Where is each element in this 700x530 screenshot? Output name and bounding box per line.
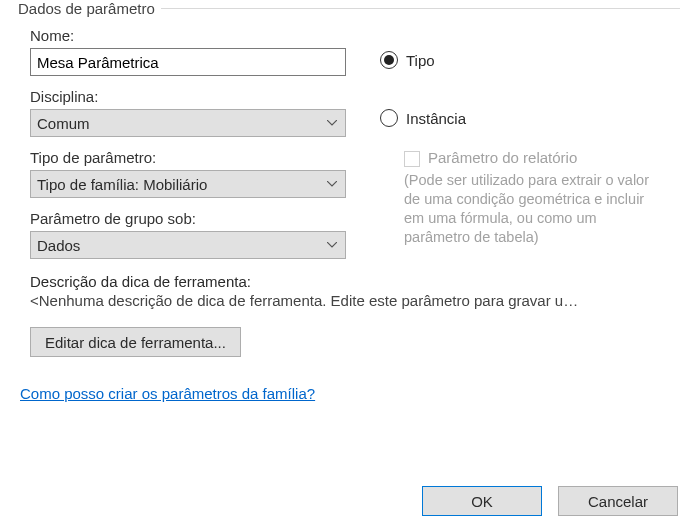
checkbox-icon — [404, 151, 420, 167]
param-type-value: Tipo de família: Mobiliário — [37, 176, 207, 193]
name-input[interactable] — [30, 48, 346, 76]
group-legend: Dados de parâmetro — [18, 0, 161, 17]
discipline-value: Comum — [37, 115, 90, 132]
right-column: Tipo Instância Parâmetro do relatório (P… — [350, 23, 680, 246]
param-type-label: Tipo de parâmetro: — [30, 149, 350, 166]
report-param-hint: (Pode ser utilizado para extrair o valor… — [404, 171, 649, 246]
cancel-label: Cancelar — [588, 493, 648, 510]
group-under-value: Dados — [37, 237, 80, 254]
ok-button[interactable]: OK — [422, 486, 542, 516]
edit-tooltip-label: Editar dica de ferramenta... — [45, 334, 226, 351]
param-type-combo[interactable]: Tipo de família: Mobiliário — [30, 170, 346, 198]
radio-icon — [380, 109, 398, 127]
parameter-data-group: Dados de parâmetro Nome: Disciplina: Com… — [20, 0, 680, 363]
instance-radio[interactable]: Instância — [380, 109, 680, 127]
report-param-label: Parâmetro do relatório — [428, 149, 577, 166]
help-link[interactable]: Como posso criar os parâmetros da famíli… — [20, 385, 315, 402]
help-link-text: Como posso criar os parâmetros da famíli… — [20, 385, 315, 402]
chevron-down-icon — [327, 120, 337, 126]
main-row: Nome: Disciplina: Comum Tipo de parâmetr… — [20, 23, 680, 259]
radio-icon — [380, 51, 398, 69]
group-under-combo[interactable]: Dados — [30, 231, 346, 259]
type-radio[interactable]: Tipo — [380, 51, 680, 69]
tooltip-desc-label: Descrição da dica de ferramenta: — [30, 273, 680, 290]
chevron-down-icon — [327, 242, 337, 248]
dialog-footer: OK Cancelar — [422, 486, 678, 516]
ok-label: OK — [471, 493, 493, 510]
instance-radio-label: Instância — [406, 110, 466, 127]
report-param-checkbox: Parâmetro do relatório — [404, 149, 680, 167]
cancel-button[interactable]: Cancelar — [558, 486, 678, 516]
discipline-label: Disciplina: — [30, 88, 350, 105]
name-label: Nome: — [30, 27, 350, 44]
parameter-properties-dialog: Dados de parâmetro Nome: Disciplina: Com… — [0, 0, 700, 530]
type-radio-label: Tipo — [406, 52, 435, 69]
group-under-label: Parâmetro de grupo sob: — [30, 210, 350, 227]
discipline-combo[interactable]: Comum — [30, 109, 346, 137]
left-column: Nome: Disciplina: Comum Tipo de parâmetr… — [20, 23, 350, 259]
chevron-down-icon — [327, 181, 337, 187]
tooltip-desc-value: <Nenhuma descrição de dica de ferramenta… — [30, 292, 680, 309]
edit-tooltip-button[interactable]: Editar dica de ferramenta... — [30, 327, 241, 357]
